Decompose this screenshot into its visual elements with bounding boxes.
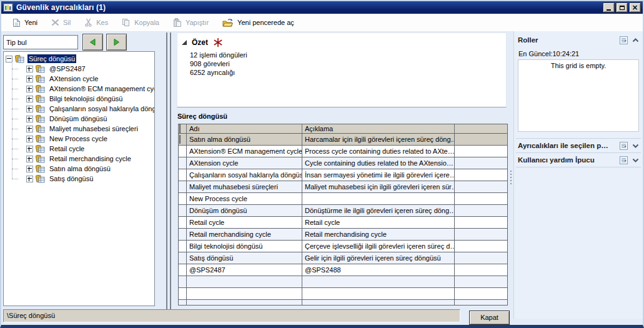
- roles-empty-grid: This grid is empty.: [518, 59, 639, 132]
- tree-item[interactable]: Dönüşüm döngüsü: [26, 114, 154, 124]
- cell-empty: [455, 300, 507, 306]
- column-header-empty[interactable]: [455, 124, 507, 134]
- summary-line-cycles: 12 işlemi döngüleri: [190, 51, 506, 59]
- expand-plus-icon[interactable]: [26, 166, 33, 172]
- expand-plus-icon[interactable]: [26, 156, 33, 162]
- cell-name: Maliyet muhasebesi süreçleri: [187, 181, 302, 193]
- user-help-section-title[interactable]: Kullanıcı yardım İpucu: [518, 156, 615, 164]
- row-selector-cell: [179, 146, 187, 157]
- open-roles-grid-icon[interactable]: [620, 36, 628, 44]
- tree-item[interactable]: New Process cycle: [26, 134, 154, 144]
- row-selector-cell: [179, 241, 187, 252]
- expand-plus-icon[interactable]: [26, 116, 33, 122]
- cut-button: Kes: [79, 17, 117, 28]
- tree-item[interactable]: AXtension® ECM management cycle: [26, 84, 154, 94]
- open-privileges-grid-icon[interactable]: [620, 142, 628, 150]
- row-checkbox[interactable]: [179, 135, 181, 144]
- title-bar: Güvenlik ayrıcalıkları (1) ×: [1, 1, 643, 14]
- process-cycle-icon: [36, 65, 46, 73]
- process-cycle-icon: [36, 115, 46, 123]
- green-right-arrow-icon: [112, 38, 121, 46]
- cell-empty: [455, 157, 507, 169]
- privileges-section-title[interactable]: Ayrıcalıkları ile seçilen p…: [518, 142, 615, 149]
- delete-button: Sil: [46, 17, 79, 27]
- column-header-description[interactable]: Açıklama: [302, 124, 455, 134]
- roles-collapse-chevron-up-icon[interactable]: [632, 38, 639, 42]
- cell-description: Dönüştürme ile ilgili görevleri içeren s…: [302, 205, 455, 217]
- row-selector-cell: [179, 169, 187, 181]
- green-left-arrow-icon: [89, 38, 97, 46]
- select-all-header[interactable]: [179, 124, 187, 134]
- previous-button[interactable]: [82, 34, 103, 51]
- expand-plus-icon[interactable]: [26, 96, 33, 102]
- privileges-expand-chevron-down-icon[interactable]: [632, 144, 639, 148]
- open-user-help-grid-icon[interactable]: [620, 156, 628, 164]
- summary-line-privileges: 6252 ayrıcalığı: [190, 68, 506, 77]
- expand-plus-icon[interactable]: [26, 106, 33, 112]
- summary-expander-icon[interactable]: [182, 40, 187, 45]
- row-selector-cell: [179, 193, 187, 205]
- tree-item-label: Bilgi teknolojisi döngüsü: [48, 94, 124, 103]
- tree-root-item[interactable]: Süreç döngüsü: [6, 54, 154, 64]
- kapat-close-button[interactable]: Kapat: [469, 311, 510, 325]
- fact-pane: Roller En Güncel:10:24:21 This grid is e…: [513, 31, 643, 319]
- paste-button: Yapıştır: [168, 17, 217, 28]
- maximize-button[interactable]: [616, 2, 628, 12]
- row-selector-cell: [179, 264, 187, 276]
- expand-plus-icon[interactable]: [26, 76, 33, 82]
- cell-description: Cycle containing duties related to the A…: [302, 157, 455, 169]
- expand-plus-icon[interactable]: [26, 176, 33, 182]
- tree-item-label: AXtension® ECM management cycle: [48, 84, 155, 93]
- expand-plus-icon[interactable]: [26, 86, 33, 92]
- row-selector-cell: [179, 229, 187, 241]
- tree-item[interactable]: Maliyet muhasebesi süreçleri: [26, 124, 154, 134]
- user-help-expand-chevron-down-icon[interactable]: [632, 158, 639, 162]
- maximize-icon: [620, 6, 625, 10]
- factpane-collapse-handle[interactable]: [510, 169, 512, 186]
- process-cycle-icon: [36, 75, 46, 83]
- cell-empty: [455, 276, 507, 288]
- cell-name: Satış döngüsü: [187, 252, 302, 264]
- roles-section-title[interactable]: Roller: [518, 36, 615, 44]
- row-selector-cell: [179, 217, 187, 229]
- copy-button: Kopyala: [117, 17, 168, 28]
- tree-item[interactable]: Satış döngüsü: [26, 174, 154, 184]
- minimize-button[interactable]: [603, 2, 615, 12]
- next-button[interactable]: [106, 34, 127, 51]
- tree-item[interactable]: Çalışanların sosyal haklarıyla döngüsü: [26, 104, 154, 114]
- cell-name: AXtension® ECM management cycle: [187, 146, 302, 157]
- cell-empty: [455, 205, 507, 217]
- summary-panel: Özet 12 işlemi döngüleri 908 görevleri 6…: [177, 32, 507, 107]
- toolbar: Yeni Sil Kes Kopyala Yapıştır Yeni pence…: [1, 14, 643, 32]
- left-splitter[interactable]: [166, 32, 171, 319]
- open-new-window-icon: [222, 18, 234, 27]
- tree-item[interactable]: @SPS2487: [26, 64, 154, 74]
- tree-item[interactable]: AXtension cycle: [26, 74, 154, 84]
- process-cycle-icon: [36, 165, 46, 173]
- tree-root-label: Süreç döngüsü: [27, 54, 76, 63]
- expand-plus-icon[interactable]: [26, 136, 33, 142]
- column-header-name[interactable]: Adı: [187, 124, 302, 134]
- expand-plus-icon[interactable]: [26, 146, 33, 152]
- cell-empty: [455, 229, 507, 241]
- type-to-find-input[interactable]: [3, 35, 78, 49]
- app-icon: [3, 3, 13, 12]
- tree-item-label: AXtension cycle: [48, 74, 99, 83]
- open-new-window-button[interactable]: Yeni pencerede aç: [217, 17, 303, 29]
- summary-line-duties: 908 görevleri: [190, 59, 506, 68]
- tree-item[interactable]: Bilgi teknolojisi döngüsü: [26, 94, 154, 104]
- close-button[interactable]: ×: [629, 2, 641, 12]
- tree-item[interactable]: Satın alma döngüsü: [26, 164, 154, 174]
- expand-plus-icon[interactable]: [26, 126, 33, 132]
- roles-refresh-time: En Güncel:10:24:21: [518, 50, 639, 57]
- grid-section-title: Süreç döngüsü: [177, 112, 227, 120]
- select-all-checkbox[interactable]: [179, 124, 181, 133]
- copy-label: Kopyala: [134, 19, 159, 26]
- tree-item[interactable]: Retail merchandising cycle: [26, 154, 154, 164]
- cell-name: Retail cycle: [187, 217, 302, 229]
- paste-label: Yapıştır: [186, 19, 209, 26]
- expand-plus-icon[interactable]: [26, 66, 33, 72]
- process-cycle-icon: [36, 95, 46, 103]
- new-button[interactable]: Yeni: [7, 17, 46, 29]
- tree-item[interactable]: Retail cycle: [26, 144, 154, 154]
